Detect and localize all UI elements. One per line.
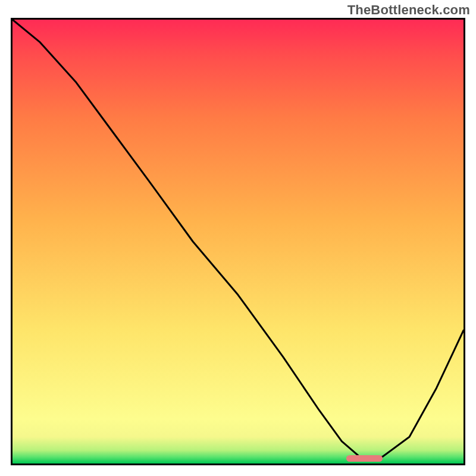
watermark-text: TheBottleneck.com — [347, 2, 470, 18]
highlight-marker — [346, 455, 383, 462]
gradient-background — [12, 20, 464, 464]
svg-rect-0 — [12, 20, 464, 464]
chart-container: TheBottleneck.com — [0, 0, 476, 476]
plot-area — [11, 18, 465, 465]
